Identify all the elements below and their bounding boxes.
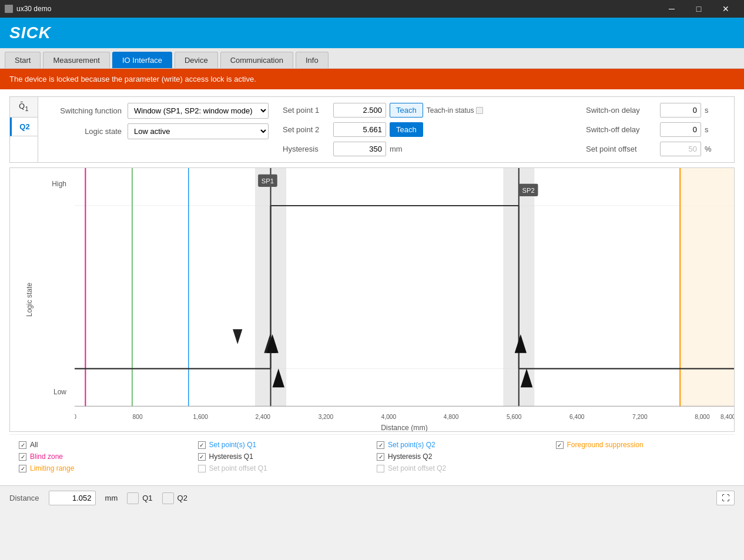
- svg-text:8,000: 8,000: [695, 413, 710, 420]
- middle-controls: Set point 1 Teach Teach-in status Set po…: [283, 103, 572, 156]
- switch-on-delay-input[interactable]: [660, 103, 701, 118]
- distance-input[interactable]: [49, 491, 96, 505]
- q1-indicator: Q1: [127, 492, 152, 504]
- logic-state-select[interactable]: Low active High active: [128, 123, 269, 139]
- switch-on-delay-row: Switch-on delay s: [586, 103, 727, 118]
- legend-item-offset-q1: Set point offset Q1: [198, 464, 368, 472]
- legend-item-setpoints-q2: Set point(s) Q2: [377, 441, 547, 449]
- legend-checkbox-limiting-range[interactable]: [19, 465, 26, 472]
- hysteresis-unit: mm: [390, 145, 403, 153]
- sp1-input[interactable]: [333, 103, 386, 118]
- fullscreen-icon: ⛶: [722, 494, 729, 502]
- legend-checkbox-offset-q1[interactable]: [198, 465, 206, 472]
- legend-label-blind-zone: Blind zone: [30, 452, 63, 461]
- tab-communication[interactable]: Communication: [220, 52, 293, 68]
- svg-text:Distance (mm): Distance (mm): [381, 424, 428, 431]
- legend-checkbox-offset-q2[interactable]: [377, 465, 384, 472]
- svg-text:800: 800: [133, 413, 143, 420]
- chart-svg: SP1 SP2 0 800 1,600 2,400 3,200 4,000 4,…: [75, 168, 734, 431]
- q-tabs: Q̄1 Q2: [9, 96, 38, 163]
- switch-off-delay-row: Switch-off delay s: [586, 122, 727, 137]
- brand-bar: SICK: [0, 18, 744, 48]
- right-controls: Switch-on delay s Switch-off delay s Set…: [586, 103, 727, 156]
- legend-item-offset-q2: Set point offset Q2: [377, 464, 547, 472]
- maximize-button[interactable]: □: [685, 0, 712, 18]
- svg-text:4,000: 4,000: [381, 413, 397, 420]
- sp1-teach-button[interactable]: Teach: [390, 103, 423, 118]
- legend-checkbox-foreground[interactable]: [556, 441, 564, 449]
- legend-label-hysteresis-q2: Hysteresis Q2: [388, 452, 432, 461]
- set-point-offset-input[interactable]: [660, 142, 701, 156]
- teach-status-indicator: [476, 107, 483, 114]
- tab-device[interactable]: Device: [175, 52, 218, 68]
- svg-text:SP2: SP2: [522, 186, 535, 193]
- controls-panel: Switching function Window (SP1, SP2: win…: [38, 96, 735, 163]
- legend-label-all: All: [30, 441, 38, 449]
- svg-text:7,200: 7,200: [632, 413, 648, 420]
- legend-checkbox-hysteresis-q1[interactable]: [198, 453, 206, 461]
- titlebar: ux30 demo ─ □ ✕: [0, 0, 744, 18]
- legend-item-hysteresis-q2: Hysteresis Q2: [377, 452, 547, 461]
- legend-label-foreground: Foreground suppression: [567, 441, 644, 449]
- sp2-input[interactable]: [333, 122, 386, 137]
- svg-text:1,600: 1,600: [193, 413, 208, 420]
- sp2-row: Set point 2 Teach: [283, 122, 572, 137]
- switch-off-delay-label: Switch-off delay: [586, 125, 656, 134]
- brand-logo: SICK: [9, 24, 51, 42]
- switch-off-delay-unit: s: [705, 125, 709, 134]
- sp2-teach-button[interactable]: Teach: [390, 122, 423, 137]
- legend-item-limiting-range: Limiting range: [19, 464, 189, 472]
- hysteresis-label: Hysteresis: [283, 145, 330, 153]
- tab-start[interactable]: Start: [5, 52, 41, 68]
- legend-checkbox-setpoints-q2[interactable]: [377, 441, 384, 449]
- titlebar-controls[interactable]: ─ □ ✕: [658, 0, 739, 18]
- legend-checkbox-blind-zone[interactable]: [19, 453, 26, 461]
- q2-label: Q2: [177, 494, 187, 502]
- svg-text:3,200: 3,200: [319, 413, 334, 420]
- set-point-offset-unit: %: [705, 145, 712, 153]
- minimize-button[interactable]: ─: [658, 0, 685, 18]
- sp2-label: Set point 2: [283, 125, 330, 134]
- tab-io-interface[interactable]: IO Interface: [112, 52, 172, 68]
- legend-label-offset-q2: Set point offset Q2: [388, 464, 446, 472]
- alert-banner: The device is locked because the paramet…: [0, 69, 744, 89]
- hysteresis-row: Hysteresis mm: [283, 142, 572, 156]
- svg-text:2,400: 2,400: [256, 413, 271, 420]
- sp1-label: Set point 1: [283, 106, 330, 115]
- legend-label-hysteresis-q1: Hysteresis Q1: [209, 452, 253, 461]
- legend-checkbox-all[interactable]: [19, 441, 26, 449]
- top-controls-area: Q̄1 Q2 Switching function Window (SP1, S…: [9, 96, 735, 163]
- switch-on-delay-unit: s: [705, 106, 709, 115]
- alert-message: The device is locked because the paramet…: [9, 75, 256, 83]
- set-point-offset-label: Set point offset: [586, 145, 656, 153]
- q2-tab[interactable]: Q2: [10, 118, 38, 136]
- distance-label: Distance: [9, 494, 39, 502]
- tab-measurement[interactable]: Measurement: [43, 52, 109, 68]
- titlebar-title: ux30 demo: [16, 5, 51, 13]
- switching-function-row: Switching function Window (SP1, SP2: win…: [45, 103, 269, 119]
- legend-label-offset-q1: Set point offset Q1: [209, 464, 267, 472]
- legend-checkbox-hysteresis-q2[interactable]: [377, 453, 384, 461]
- legend-item-blind-zone: Blind zone: [19, 452, 189, 461]
- svg-text:4,800: 4,800: [444, 413, 459, 420]
- switch-off-delay-input[interactable]: [660, 122, 701, 137]
- close-button[interactable]: ✕: [712, 0, 739, 18]
- svg-text:5,600: 5,600: [507, 413, 522, 420]
- logic-state-row: Logic state Low active High active: [45, 123, 269, 139]
- y-axis: High Low: [28, 168, 69, 414]
- switching-function-select[interactable]: Window (SP1, SP2: window mode) Single se…: [128, 103, 269, 119]
- teach-status-label: Teach-in status: [427, 106, 474, 115]
- q1-tab[interactable]: Q̄1: [10, 97, 38, 118]
- q1-indicator-box: [127, 492, 139, 504]
- main-content: Q̄1 Q2 Switching function Window (SP1, S…: [0, 89, 744, 485]
- tab-info[interactable]: Info: [296, 52, 329, 68]
- y-label-low: Low: [28, 388, 69, 414]
- hysteresis-input[interactable]: [333, 142, 386, 156]
- svg-text:6,400: 6,400: [569, 413, 585, 420]
- legend-item-setpoints-q1: Set point(s) Q1: [198, 441, 368, 449]
- fullscreen-button[interactable]: ⛶: [716, 491, 735, 505]
- q1-label: Q1: [142, 494, 152, 502]
- legend-checkbox-setpoints-q1[interactable]: [198, 441, 206, 449]
- svg-text:8,400: 8,400: [720, 413, 734, 420]
- svg-rect-3: [680, 168, 734, 406]
